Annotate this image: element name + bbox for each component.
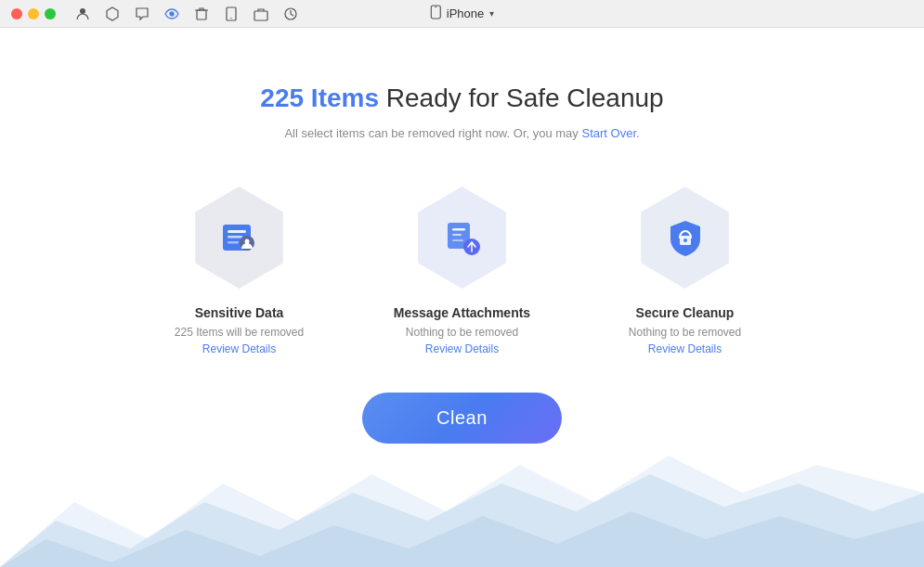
svg-rect-8 <box>431 6 440 19</box>
secure-cleanup-icon <box>661 213 709 262</box>
briefcase-icon[interactable] <box>253 6 269 22</box>
maximize-button[interactable] <box>45 8 56 19</box>
device-dropdown-arrow[interactable]: ▾ <box>489 8 494 19</box>
tablet-icon[interactable] <box>223 6 240 22</box>
svg-rect-19 <box>452 239 463 241</box>
message-attachments-status: Nothing to be removed <box>406 326 518 339</box>
sensitive-data-status: 225 Items will be removed <box>175 326 304 339</box>
message-attachments-icon <box>438 213 487 262</box>
secure-cleanup-title: Secure Cleanup <box>636 305 735 320</box>
svg-rect-3 <box>197 10 206 19</box>
sensitive-data-review-link[interactable]: Review Details <box>202 342 276 355</box>
svg-point-15 <box>244 239 249 244</box>
main-content: 225 Items Ready for Safe Cleanup All sel… <box>0 28 924 444</box>
message-attachments-icon-wrapper <box>411 187 514 289</box>
clean-button[interactable]: Clean <box>362 393 562 444</box>
clock-icon[interactable] <box>282 6 299 22</box>
stamp-icon[interactable] <box>104 6 121 22</box>
secure-cleanup-status: Nothing to be removed <box>629 326 741 339</box>
secure-cleanup-card: Secure Cleanup Nothing to be removed Rev… <box>602 187 769 355</box>
svg-rect-13 <box>228 241 239 244</box>
message-attachments-title: Message Attachments <box>394 305 530 320</box>
titlebar-center: iPhone ▾ <box>430 5 494 22</box>
secure-cleanup-review-link[interactable]: Review Details <box>648 342 722 355</box>
headline-rest: Ready for Safe Cleanup <box>386 84 664 112</box>
close-button[interactable] <box>11 8 22 19</box>
person-icon[interactable] <box>74 6 91 22</box>
titlebar: iPhone ▾ <box>0 0 924 28</box>
device-name: iPhone <box>447 6 484 20</box>
svg-point-0 <box>80 8 85 14</box>
sensitive-data-title: Sensitive Data <box>195 305 284 320</box>
message-attachments-card: Message Attachments Nothing to be remove… <box>379 187 546 355</box>
start-over-link[interactable]: Start Over. <box>581 126 639 140</box>
message-attachments-review-link[interactable]: Review Details <box>425 342 499 355</box>
cards-row: Sensitive Data 225 Items will be removed… <box>156 187 769 355</box>
message-icon[interactable] <box>134 6 150 22</box>
secure-cleanup-icon-wrapper <box>634 187 736 289</box>
toolbar <box>74 6 299 22</box>
traffic-lights <box>11 8 56 19</box>
subtitle: All select items can be removed right no… <box>284 126 639 140</box>
svg-rect-18 <box>452 234 462 236</box>
sensitive-data-icon-wrapper <box>189 187 291 289</box>
eye-icon[interactable] <box>163 6 180 22</box>
svg-marker-1 <box>107 7 118 20</box>
svg-rect-17 <box>452 228 465 231</box>
sensitive-data-icon <box>215 213 264 262</box>
subtitle-prefix: All select items can be removed right no… <box>284 126 578 140</box>
svg-rect-6 <box>254 11 267 20</box>
minimize-button[interactable] <box>28 8 39 19</box>
svg-point-2 <box>170 12 174 16</box>
svg-rect-12 <box>228 236 242 238</box>
svg-rect-11 <box>228 230 246 233</box>
headline-count: 225 Items <box>260 84 379 112</box>
svg-point-23 <box>683 238 687 242</box>
trash-icon[interactable] <box>193 6 210 22</box>
headline: 225 Items Ready for Safe Cleanup <box>260 84 663 113</box>
sensitive-data-card: Sensitive Data 225 Items will be removed… <box>156 187 323 355</box>
iphone-icon <box>430 5 441 22</box>
